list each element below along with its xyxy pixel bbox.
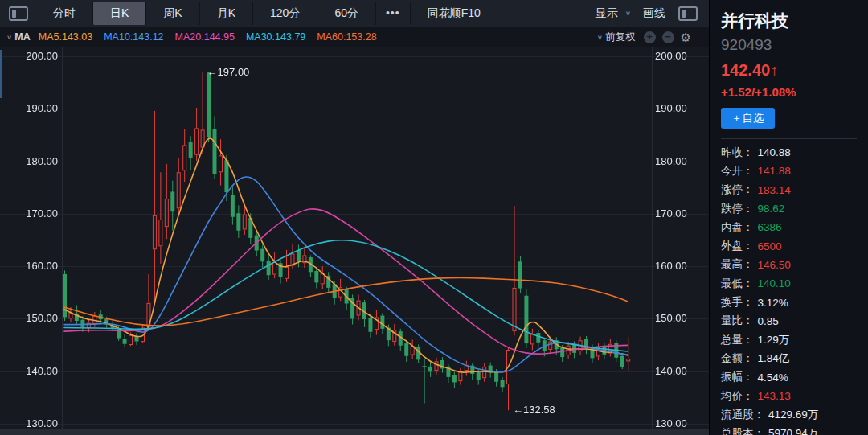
stat-row: 总量：1.29万 [721, 330, 868, 349]
kline-chart-area: 200.00200.00190.00190.00180.00180.00170.… [0, 47, 709, 429]
quote-panel: 并行科技 920493 142.40↑ +1.52/+1.08% ＋自选 昨收：… [709, 0, 868, 435]
ma20-legend: MA20:144.95 [175, 31, 235, 43]
panel-divider [721, 138, 857, 139]
stat-label: 换手： [721, 295, 754, 310]
layout-panel-right-icon[interactable] [678, 6, 698, 21]
price-change: +1.52/+1.08% [721, 85, 868, 99]
layout-panel-icon[interactable] [9, 6, 28, 21]
tab-ths-f10[interactable]: 同花顺F10 [410, 2, 497, 25]
y-axis-label-left: 200.00 [0, 50, 58, 63]
stat-label: 今开： [721, 164, 754, 179]
ma10-legend: MA10:143.12 [104, 31, 163, 43]
stat-label: 最低： [721, 277, 754, 291]
stat-row: 流通股：4129.69万 [721, 405, 868, 424]
chevron-down-icon[interactable]: ∨ [6, 34, 12, 41]
ma30-legend: MA30:143.79 [246, 31, 305, 43]
tab-120min[interactable]: 120分 [252, 2, 317, 25]
stat-label: 最高： [721, 257, 754, 272]
stat-row: 金额：1.84亿 [721, 349, 868, 367]
add-watchlist-button[interactable]: ＋自选 [721, 108, 775, 129]
period-toolbar: 分时 日K 周K 月K 120分 60分 ••• 同花顺F10 显示 ∨ 画线 [0, 0, 709, 27]
y-axis-label-right: 140.00 [655, 365, 687, 378]
stock-name: 并行科技 [721, 10, 868, 32]
ma-legend-bar: ∨ MA MA5:143.03 MA10:143.12 MA20:144.95 … [0, 27, 709, 47]
draw-line-button[interactable]: 画线 [643, 6, 665, 21]
more-periods-button[interactable]: ••• [375, 2, 410, 25]
stat-row: 跌停：98.62 [721, 199, 868, 218]
y-axis-label-left: 150.00 [0, 312, 58, 325]
stat-row: 外盘：6500 [721, 236, 868, 255]
stat-value: 6386 [758, 221, 782, 233]
stat-label: 流通股： [721, 408, 764, 422]
stat-value: 1.84亿 [758, 351, 790, 366]
stat-row: 换手：3.12% [721, 293, 868, 311]
stock-app-window: 分时 日K 周K 月K 120分 60分 ••• 同花顺F10 显示 ∨ 画线 … [0, 0, 868, 435]
stat-label: 内盘： [721, 220, 754, 235]
y-axis-label-right: 150.00 [655, 312, 687, 325]
chevron-down-icon: ∨ [597, 34, 603, 41]
stats-list: 昨收：140.88今开：141.88涨停：183.14跌停：98.62内盘：63… [721, 143, 868, 435]
stat-value: 143.13 [758, 390, 791, 402]
y-axis-label-right: 180.00 [655, 155, 687, 168]
stat-value: 98.62 [758, 203, 785, 215]
adjust-mode-select[interactable]: 前复权 [605, 31, 636, 44]
stat-value: 140.10 [758, 277, 791, 289]
stat-row: 今开：141.88 [721, 162, 868, 180]
stat-row: 振幅：4.54% [721, 368, 868, 387]
volume-pane-edge [0, 429, 709, 435]
stat-row: 昨收：140.88 [721, 143, 868, 162]
y-axis-label-left: 170.00 [0, 207, 58, 220]
stat-label: 量比： [721, 314, 754, 328]
stat-value: 183.14 [758, 184, 791, 196]
stat-label: 金额： [721, 351, 754, 366]
stat-value: 141.88 [758, 165, 791, 177]
stat-label: 总股本： [721, 426, 764, 435]
display-menu[interactable]: 显示 [596, 6, 618, 21]
gear-icon[interactable]: ⚙ [681, 31, 691, 43]
stat-row: 内盘：6386 [721, 218, 868, 236]
y-axis-label-right: 170.00 [655, 207, 687, 220]
stat-value: 140.88 [758, 146, 791, 158]
tab-daily-k[interactable]: 日K [92, 2, 145, 25]
stat-value: 5970.94万 [768, 426, 818, 435]
stat-row: 均价：143.13 [721, 387, 868, 405]
stat-label: 涨停： [721, 183, 754, 197]
y-axis-label-right: 200.00 [655, 50, 687, 63]
current-price: 142.40↑ [721, 61, 868, 80]
stat-row: 量比：0.85 [721, 312, 868, 330]
left-pane-handle[interactable] [0, 50, 2, 98]
stat-label: 跌停： [721, 202, 754, 216]
stat-value: 146.50 [758, 259, 791, 271]
stat-value: 3.12% [758, 297, 788, 309]
stat-value: 0.85 [758, 315, 779, 327]
stat-value: 4129.69万 [768, 408, 818, 422]
stat-row: 最高：146.50 [721, 256, 868, 274]
tab-minute[interactable]: 分时 [36, 2, 92, 25]
stat-row: 总股本：5970.94万 [721, 424, 868, 435]
stat-value: 6500 [758, 240, 782, 252]
stat-row: 最低：140.10 [721, 274, 868, 293]
y-axis-label-right: 160.00 [655, 260, 687, 273]
stock-code: 920493 [721, 36, 868, 54]
chevron-down-icon: ∨ [625, 10, 631, 17]
kline-chart[interactable] [0, 47, 709, 429]
stat-label: 昨收： [721, 146, 754, 160]
ma5-legend: MA5:143.03 [39, 31, 92, 43]
zoom-in-button[interactable]: + [644, 31, 656, 43]
y-axis-label-left: 190.00 [0, 102, 58, 115]
stat-row: 涨停：183.14 [721, 181, 868, 199]
tab-60min[interactable]: 60分 [317, 2, 375, 25]
stat-label: 振幅： [721, 370, 754, 384]
stat-label: 均价： [721, 389, 754, 404]
tab-monthly-k[interactable]: 月K [199, 2, 252, 25]
stat-value: 1.29万 [758, 333, 790, 347]
y-axis-label-left: 160.00 [0, 260, 58, 273]
y-axis-label-left: 180.00 [0, 155, 58, 168]
tab-weekly-k[interactable]: 周K [145, 2, 199, 25]
ma-indicator-label[interactable]: MA [14, 31, 30, 43]
zoom-out-button[interactable]: − [662, 31, 674, 43]
ma60-legend: MA60:153.28 [317, 31, 376, 43]
y-axis-label-left: 140.00 [0, 365, 58, 378]
stat-label: 总量： [721, 333, 754, 347]
stat-label: 外盘： [721, 239, 754, 253]
